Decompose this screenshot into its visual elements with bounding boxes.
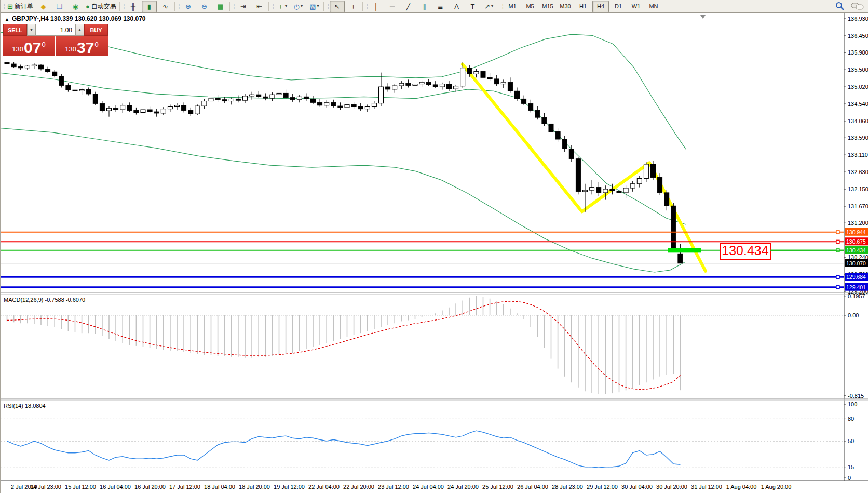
- price-tick-label: 135.500: [848, 66, 868, 73]
- line-handle[interactable]: [836, 240, 839, 243]
- bullish-candle: [107, 108, 112, 111]
- bullish-candle: [630, 184, 635, 188]
- bullish-candle: [324, 102, 329, 105]
- bullish-candle: [168, 107, 172, 109]
- bullish-candle: [460, 68, 465, 86]
- bearish-candle: [386, 87, 390, 89]
- bullish-candle: [623, 188, 628, 193]
- bullish-candle: [372, 103, 376, 107]
- bullish-candle: [161, 109, 166, 113]
- bearish-candle: [487, 77, 492, 79]
- bullish-candle: [79, 90, 84, 91]
- bearish-candle: [222, 100, 227, 101]
- bearish-candle: [154, 112, 159, 113]
- bullish-candle: [141, 110, 145, 112]
- bullish-candle: [270, 95, 275, 98]
- bullish-candle: [603, 189, 608, 193]
- bearish-candle: [114, 108, 118, 110]
- volume-up-button[interactable]: ▲: [75, 24, 84, 36]
- time-axis-label: 18 Jul 20:00: [239, 484, 270, 490]
- time-axis-label: 1 Aug 20:00: [761, 484, 792, 490]
- bearish-candle: [555, 132, 560, 139]
- buy-price-prefix: 130: [65, 45, 76, 53]
- bullish-candle: [501, 82, 506, 84]
- bearish-candle: [283, 93, 288, 97]
- macd-indicator-label: MACD(12,26,9) -0.7588 -0.6070: [4, 297, 85, 303]
- rsi-axis-label: 80: [848, 416, 854, 422]
- rsi-axis-label: 0: [848, 475, 851, 481]
- bearish-candle: [351, 104, 356, 106]
- collapse-symbol-icon: ▲: [5, 17, 9, 22]
- volume-down-button[interactable]: ▼: [27, 24, 36, 36]
- bullish-candle: [209, 98, 213, 101]
- rsi-axis-label: 15: [848, 464, 854, 470]
- bearish-candle: [494, 79, 499, 84]
- time-axis-label: 18 Jul 04:00: [204, 484, 235, 490]
- time-axis-label: 23 Jul 12:00: [378, 484, 409, 490]
- bullish-candle: [175, 105, 180, 107]
- bearish-candle: [311, 99, 316, 102]
- bearish-candle: [318, 102, 322, 105]
- macd-axis-label: -0.815: [848, 393, 864, 399]
- time-axis-label: 28 Jul 23:00: [552, 484, 583, 490]
- bearish-candle: [11, 64, 16, 66]
- bearish-candle: [596, 188, 601, 193]
- bearish-candle: [651, 164, 656, 177]
- buy-price-display[interactable]: 130 37 0: [56, 36, 108, 56]
- volume-input[interactable]: 1.00: [36, 24, 75, 36]
- highlighted-support-segment[interactable]: [668, 248, 701, 252]
- buy-button[interactable]: BUY: [84, 24, 108, 36]
- bearish-candle: [433, 85, 438, 87]
- bearish-candle: [304, 97, 308, 99]
- buy-price-superscript: 0: [94, 41, 98, 48]
- price-badge-129.684: 129.684: [846, 274, 866, 280]
- time-axis-label: 31 Jul 12:00: [691, 484, 722, 490]
- price-tick-label: 131.200: [848, 220, 868, 226]
- bearish-candle: [256, 95, 261, 97]
- time-axis-label: 22 Jul 04:00: [308, 484, 340, 490]
- time-axis-label: 30 Jul 04:00: [621, 484, 653, 490]
- sell-button[interactable]: SELL: [3, 24, 27, 36]
- bullish-candle: [399, 83, 404, 86]
- bearish-candle: [508, 82, 512, 91]
- bearish-candle: [147, 110, 152, 112]
- bearish-candle: [528, 103, 533, 110]
- bearish-candle: [406, 83, 411, 85]
- bearish-candle: [678, 254, 683, 263]
- price-tick-label: 135.980: [848, 49, 868, 56]
- price-tick-label: 136.930: [848, 16, 868, 22]
- time-axis-label: 26 Jul 04:00: [517, 484, 548, 490]
- price-badge-130.944: 130.944: [846, 229, 866, 235]
- time-axis-label: 25 Jul 12:00: [482, 484, 513, 490]
- bearish-candle: [66, 85, 71, 90]
- bearish-candle: [549, 124, 553, 131]
- bearish-candle: [358, 107, 363, 109]
- line-handle[interactable]: [836, 231, 839, 234]
- bullish-candle: [583, 190, 588, 192]
- bearish-candle: [658, 177, 662, 193]
- line-handle[interactable]: [836, 286, 839, 289]
- bearish-candle: [73, 90, 77, 91]
- line-handle[interactable]: [836, 275, 839, 278]
- price-tick-label: 132.630: [848, 169, 868, 175]
- bullish-candle: [413, 84, 417, 86]
- price-tick-label: 132.150: [848, 186, 868, 192]
- rsi-axis-label: 50: [848, 438, 854, 444]
- sell-price-digits: 07: [24, 41, 41, 55]
- bullish-candle: [379, 87, 384, 103]
- bearish-candle: [542, 117, 547, 124]
- bearish-candle: [134, 110, 139, 112]
- time-axis-label: 15 Jul 12:00: [65, 484, 96, 490]
- trading-terminal-window: ┊⊞新订单◆❏◉●自动交易┊╫▮∿┊⊕⊖▦┊⇥⇤┊＋▾◷▾▧▾┊↖＋┊│─╱∥≣…: [0, 0, 868, 493]
- bearish-candle: [86, 90, 91, 94]
- rsi-indicator-label: RSI(14) 18.0804: [4, 403, 46, 409]
- bearish-candle: [188, 110, 193, 114]
- sell-price-display[interactable]: 130 07 0: [3, 36, 55, 56]
- bearish-candle: [127, 105, 132, 111]
- sell-price-superscript: 0: [42, 41, 45, 48]
- time-axis-label: 1 Aug 04:00: [726, 484, 757, 490]
- bearish-candle: [447, 84, 452, 89]
- bullish-candle: [202, 101, 207, 106]
- bullish-candle: [120, 105, 125, 110]
- price-badge-129.401: 129.401: [846, 284, 866, 290]
